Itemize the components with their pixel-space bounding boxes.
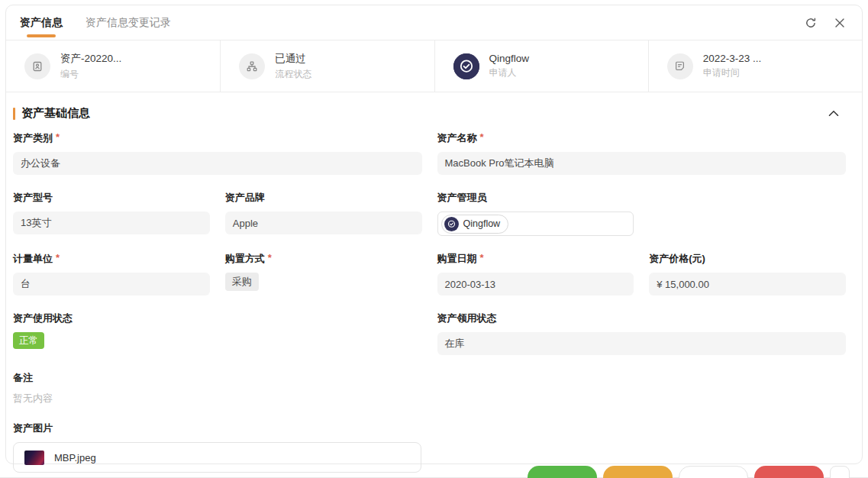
asset-number-value: 资产-20220... [60,52,121,66]
field-label: 购置方式 * [225,252,422,266]
field-asset-brand: 资产品牌 Apple [225,191,422,236]
active-tab-underline [27,34,56,37]
applicant-value: Qingflow [489,53,530,64]
field-label: 资产名称 * [437,131,847,145]
field-label: 资产图片 [13,421,422,435]
asset-price-input[interactable]: ¥ 15,000.00 [649,273,846,296]
unit-input[interactable]: 台 [13,273,210,296]
asset-model-input[interactable]: 13英寸 [13,212,210,234]
button-red[interactable] [754,466,824,478]
summary-card-apply-time: 2022-3-23 ... 申请时间 [648,40,862,92]
field-claim-status: 资产领用状态 在库 [437,312,847,355]
refresh-icon[interactable] [804,16,818,30]
tab-actions [804,5,847,40]
asset-category-input[interactable]: 办公设备 [13,152,422,175]
tab-bar: 资产信息 资产信息变更记录 [6,5,862,40]
summary-card-applicant: Qingflow 申请人 [434,40,648,92]
required-mark: * [480,252,484,266]
field-label: 资产使用状态 [13,312,422,325]
button-outline[interactable] [679,466,748,478]
summary-card-flow-status: 已通过 流程状态 [220,40,434,92]
field-asset-model: 资产型号 13英寸 [13,191,210,236]
field-label: 资产领用状态 [437,312,847,325]
qingflow-logo [453,53,479,79]
button-yellow[interactable] [603,466,673,478]
field-remark: 备注 暂无内容 [13,371,422,405]
apply-time-value: 2022-3-23 ... [703,53,762,64]
field-unit: 计量单位 * 台 [13,252,210,296]
field-purchase-date: 购置日期 * 2020-03-13 [437,252,634,296]
asset-number-label: 编号 [60,68,121,81]
field-label: 资产类别 * [13,131,422,145]
required-mark: * [268,252,272,266]
required-mark: * [480,131,484,145]
field-label: 资产管理员 [437,191,634,205]
field-label: 资产型号 [13,191,210,205]
qingflow-avatar [444,217,459,231]
required-mark: * [56,252,60,266]
required-mark: * [56,131,60,145]
section-accent-bar [13,108,15,120]
purchase-date-input[interactable]: 2020-03-13 [437,273,634,296]
claim-status-input[interactable]: 在库 [437,332,847,355]
field-asset-category: 资产类别 * 办公设备 [13,131,422,175]
flow-status-icon [239,53,265,79]
spacer [437,371,847,405]
flow-status-value: 已通过 [275,52,311,66]
field-label: 资产价格(元) [649,252,846,266]
summary-card-number: 资产-20220... 编号 [6,40,220,92]
asset-form: 资产类别 * 办公设备 资产名称 * MacBook Pro笔记本电脑 资产型号… [13,131,846,478]
asset-manager-input[interactable]: Qingflow [437,212,634,236]
chevron-up-icon[interactable] [828,110,839,117]
file-thumbnail [24,451,44,465]
applicant-label: 申请人 [489,66,530,79]
asset-name-input[interactable]: MacBook Pro笔记本电脑 [437,152,847,175]
footer-actions [5,466,863,478]
section-title: 资产基础信息 [21,106,90,121]
tab-label: 资产信息 [20,16,63,30]
id-badge-icon [24,53,50,79]
memo-icon [667,53,693,79]
user-tag-label: Qingflow [463,218,501,229]
asset-brand-input[interactable]: Apple [225,212,422,234]
tab-asset-change-log[interactable]: 资产信息变更记录 [86,5,171,40]
field-asset-price: 资产价格(元) ¥ 15,000.00 [649,252,846,296]
spacer [649,191,846,236]
field-label: 计量单位 * [13,252,210,266]
user-tag-qingflow[interactable]: Qingflow [441,215,509,234]
usage-status-badge: 正常 [13,332,44,349]
page: 资产信息 资产信息变更记录 [0,0,868,478]
tab-asset-info[interactable]: 资产信息 [20,5,63,40]
field-asset-manager: 资产管理员 Qingflow [437,191,634,236]
button-mini[interactable] [830,466,850,478]
field-usage-status: 资产使用状态 正常 [13,312,422,355]
flow-status-label: 流程状态 [275,68,311,81]
field-purchase-method: 购置方式 * 采购 [225,252,422,296]
button-green[interactable] [528,466,597,478]
section-header: 资产基础信息 [6,92,862,131]
field-label: 资产品牌 [225,191,422,205]
summary-row: 资产-20220... 编号 已通过 流程状态 [6,40,862,92]
field-label: 购置日期 * [437,252,634,266]
remark-empty-text: 暂无内容 [13,392,422,405]
field-asset-image: 资产图片 MBP.jpeg [13,421,422,473]
apply-time-label: 申请时间 [703,66,762,79]
close-icon[interactable] [833,16,847,30]
field-label: 备注 [13,371,422,385]
file-name: MBP.jpeg [54,452,96,463]
tab-label: 资产信息变更记录 [86,16,171,30]
field-asset-name: 资产名称 * MacBook Pro笔记本电脑 [437,131,847,175]
asset-detail-modal: 资产信息 资产信息变更记录 [5,5,863,464]
purchase-method-chip: 采购 [225,273,259,291]
